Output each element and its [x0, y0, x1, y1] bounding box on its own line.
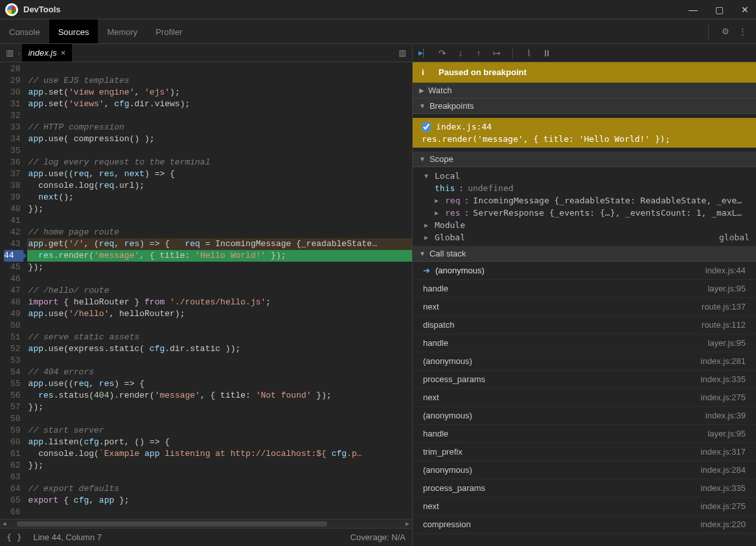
- breakpoint-checkbox[interactable]: [422, 122, 431, 131]
- code-line[interactable]: [27, 273, 412, 285]
- close-icon[interactable]: ✕: [739, 5, 751, 15]
- line-number[interactable]: 53: [4, 355, 21, 367]
- line-number[interactable]: 65: [4, 495, 21, 506]
- callstack-frame[interactable]: process_paramsindex.js:335: [413, 370, 756, 389]
- tab-console[interactable]: Console: [0, 19, 49, 43]
- step-out-icon[interactable]: ↑: [472, 48, 485, 58]
- toggle-navigator-icon[interactable]: ▥: [395, 48, 409, 58]
- line-number[interactable]: 59: [4, 425, 21, 437]
- gear-icon[interactable]: ⚙: [722, 27, 729, 36]
- line-number[interactable]: 55: [4, 378, 21, 390]
- line-number[interactable]: 34: [4, 133, 21, 145]
- code-line[interactable]: import { helloRouter } from './routes/he…: [27, 297, 412, 308]
- horizontal-scrollbar[interactable]: ◂▸: [0, 519, 412, 528]
- code-line[interactable]: app.use((req, res) => {: [27, 378, 412, 390]
- callstack-frame[interactable]: nextindex.js:275: [413, 389, 756, 407]
- minimize-icon[interactable]: —: [687, 5, 699, 15]
- breakpoint-item[interactable]: index.js:44 res.render('message', { titl…: [413, 118, 756, 148]
- code-line[interactable]: app.listen(cfg.port, () => {: [27, 437, 412, 448]
- pause-exceptions-icon[interactable]: ⏸: [540, 48, 553, 58]
- line-number[interactable]: 32: [4, 110, 21, 122]
- code-line[interactable]: // 404 errors: [27, 367, 412, 378]
- code-line[interactable]: // home page route: [27, 227, 412, 238]
- line-number[interactable]: 40: [4, 203, 21, 215]
- line-number[interactable]: 56: [4, 390, 21, 402]
- callstack-frame[interactable]: ➔(anonymous)index.js:44: [413, 262, 756, 280]
- scope-header[interactable]: ▼ Scope: [413, 152, 756, 167]
- scope-this[interactable]: this: undefined: [413, 182, 756, 194]
- tab-profiler[interactable]: Profiler: [146, 19, 191, 43]
- code-line[interactable]: // export defaults: [27, 483, 412, 495]
- callstack-frame[interactable]: process_paramsindex.js:335: [413, 479, 756, 497]
- line-number[interactable]: 54: [4, 367, 21, 378]
- code-line[interactable]: res.render('message', { title: 'Hello Wo…: [27, 250, 412, 262]
- resume-icon[interactable]: ▸⎸: [418, 47, 431, 58]
- code-line[interactable]: app.set('views', cfg.dir.views);: [27, 98, 412, 110]
- line-number[interactable]: 28: [4, 63, 21, 75]
- code-line[interactable]: app.use(express.static( cfg.dir.static )…: [27, 343, 412, 355]
- scope-global[interactable]: ▶Global global: [413, 231, 756, 244]
- code-line[interactable]: [27, 215, 412, 227]
- scope-module[interactable]: ▶Module: [413, 219, 756, 231]
- code-line[interactable]: console.log(`Example app listening at ht…: [27, 448, 412, 460]
- line-number[interactable]: 60: [4, 437, 21, 448]
- code-line[interactable]: // use EJS templates: [27, 75, 412, 87]
- code-line[interactable]: // HTTP compression: [27, 122, 412, 133]
- line-number[interactable]: 31: [4, 98, 21, 110]
- line-number[interactable]: 36: [4, 157, 21, 168]
- code-line[interactable]: // log every request to the terminal: [27, 157, 412, 168]
- line-number[interactable]: 39: [4, 192, 21, 203]
- kebab-icon[interactable]: ⋮: [739, 27, 747, 36]
- code-line[interactable]: export { cfg, app };: [27, 495, 412, 506]
- code-line[interactable]: });: [27, 402, 412, 413]
- code-editor[interactable]: 2829303132333435363738394041424344454647…: [0, 62, 412, 519]
- code-line[interactable]: });: [27, 460, 412, 472]
- line-number[interactable]: 49: [4, 308, 21, 320]
- callstack-frame[interactable]: compressionindex.js:220: [413, 516, 756, 534]
- callstack-frame[interactable]: nextroute.js:137: [413, 298, 756, 316]
- line-number[interactable]: 43: [4, 238, 21, 250]
- code-line[interactable]: // /hello/ route: [27, 285, 412, 297]
- line-number[interactable]: 37: [4, 168, 21, 180]
- line-number[interactable]: 47: [4, 285, 21, 297]
- callstack-frame[interactable]: (anonymous)index.js:39: [413, 407, 756, 425]
- line-number[interactable]: 29: [4, 75, 21, 87]
- callstack-frame[interactable]: handlelayer.js:95: [413, 280, 756, 298]
- line-number[interactable]: 63: [4, 472, 21, 483]
- callstack-frame[interactable]: handlelayer.js:95: [413, 334, 756, 352]
- code-line[interactable]: [27, 355, 412, 367]
- close-tab-icon[interactable]: ×: [61, 48, 66, 58]
- line-number[interactable]: 64: [4, 483, 21, 495]
- tab-sources[interactable]: Sources: [49, 19, 98, 43]
- scope-res[interactable]: ▶res: ServerResponse {_events: {…}, _eve…: [413, 207, 756, 219]
- step-into-icon[interactable]: ↓: [454, 48, 467, 58]
- callstack-frame[interactable]: handlelayer.js:95: [413, 425, 756, 443]
- line-number[interactable]: 52: [4, 343, 21, 355]
- line-number[interactable]: 44: [4, 250, 23, 262]
- line-number[interactable]: 61: [4, 448, 21, 460]
- callstack-frame[interactable]: (anonymous)index.js:284: [413, 461, 756, 479]
- line-number[interactable]: 66: [4, 506, 21, 518]
- code-line[interactable]: // start server: [27, 425, 412, 437]
- line-number[interactable]: 57: [4, 402, 21, 413]
- line-number[interactable]: 62: [4, 460, 21, 472]
- code-line[interactable]: app.use( compression() );: [27, 133, 412, 145]
- code-line[interactable]: app.set('view engine', 'ejs');: [27, 87, 412, 98]
- callstack-frame[interactable]: dispatchroute.js:112: [413, 316, 756, 334]
- code-line[interactable]: [27, 413, 412, 425]
- code-line[interactable]: app.use('/hello', helloRouter);: [27, 308, 412, 320]
- code-line[interactable]: [27, 506, 412, 518]
- line-number[interactable]: 38: [4, 180, 21, 192]
- code-line[interactable]: [27, 145, 412, 157]
- line-number[interactable]: 50: [4, 320, 21, 332]
- breakpoints-header[interactable]: ▼ Breakpoints: [413, 98, 756, 114]
- step-over-icon[interactable]: ↷: [436, 48, 449, 58]
- line-number[interactable]: 46: [4, 273, 21, 285]
- show-navigator-icon[interactable]: ▥: [3, 48, 17, 58]
- code-line[interactable]: res.status(404).render('message', { titl…: [27, 390, 412, 402]
- code-line[interactable]: [27, 63, 412, 75]
- step-icon[interactable]: ↦: [490, 48, 503, 58]
- code-line[interactable]: });: [27, 262, 412, 273]
- callstack-frame[interactable]: trim_prefixindex.js:317: [413, 443, 756, 461]
- line-number[interactable]: 30: [4, 87, 21, 98]
